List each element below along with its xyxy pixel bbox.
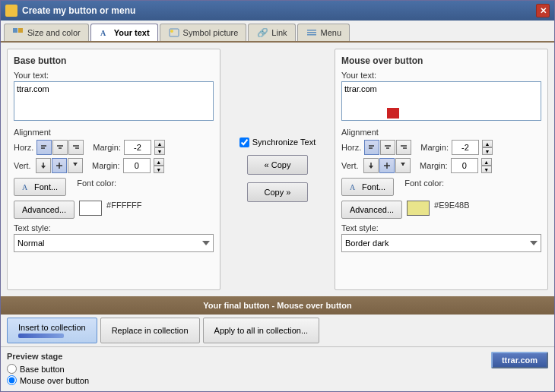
base-font-color-swatch[interactable]	[79, 201, 102, 216]
replace-collection-button[interactable]: Replace in collection	[100, 318, 200, 343]
svg-text:A: A	[350, 183, 356, 191]
mouse-horz-margin-spinner[interactable]: ▲ ▼	[482, 140, 493, 155]
mouse-text-style-row: Text style: Normal Border dark Border li…	[341, 223, 541, 252]
copy-right-button[interactable]: Copy »	[247, 182, 308, 202]
main-window: Create my button or menu ✕ Size and colo…	[0, 0, 555, 392]
base-button-panel: Base button Your text: ttrar.com Alignme…	[7, 49, 220, 290]
base-align-center[interactable]	[52, 140, 68, 155]
base-text-input[interactable]: ttrar.com	[14, 81, 214, 121]
base-align-left[interactable]	[36, 140, 52, 155]
base-vert-margin-spinner[interactable]: ▲ ▼	[154, 158, 164, 173]
tab-your-text-label: Your text	[114, 28, 150, 37]
mouse-horz-align-buttons	[364, 140, 411, 155]
base-align-label: Alignment	[14, 128, 51, 137]
insert-collection-label: Insert to collection	[18, 323, 86, 332]
mouse-horz-margin-input[interactable]	[452, 140, 479, 155]
preview-options: Preview stage Base button Mouse over but…	[7, 352, 476, 387]
mouse-font-color-hex: #E9E48B	[434, 201, 469, 219]
svg-rect-1	[18, 28, 23, 33]
tab-size-color[interactable]: Size and color	[4, 24, 89, 41]
mouse-align-vmiddle[interactable]	[379, 158, 395, 173]
tab-menu[interactable]: Menu	[297, 24, 350, 41]
tab-link[interactable]: 🔗 Link	[248, 24, 295, 41]
svg-marker-29	[369, 166, 373, 169]
base-advanced-button[interactable]: Advanced...	[14, 201, 75, 219]
base-margin-label: Margin:	[93, 143, 121, 152]
preview-area: Preview stage Base button Mouse over but…	[1, 347, 554, 391]
content-area: Base button Your text: ttrar.com Alignme…	[1, 43, 554, 296]
base-font-button[interactable]: A Font...	[14, 178, 66, 196]
base-horz-margin-down[interactable]: ▼	[154, 147, 165, 155]
base-align-right[interactable]	[68, 140, 84, 155]
mouse-align-right[interactable]	[396, 140, 411, 155]
mouse-text-style-label: Text style:	[341, 223, 541, 232]
mouse-align-center[interactable]	[380, 140, 395, 155]
base-align-vmiddle[interactable]	[52, 158, 67, 173]
svg-point-4	[170, 30, 173, 33]
preview-mouse-radio[interactable]	[7, 375, 17, 385]
mouse-align-bottom[interactable]	[395, 158, 411, 173]
close-button[interactable]: ✕	[536, 4, 550, 17]
sync-checkbox-label[interactable]: Synchronize Text	[239, 138, 316, 147]
apply-all-collection-button[interactable]: Apply to all in collection...	[203, 318, 320, 343]
base-vert-margin-up[interactable]: ▲	[154, 158, 164, 166]
mouse-horz-margin-up[interactable]: ▲	[482, 140, 493, 147]
tab-your-text[interactable]: A Your text	[90, 24, 158, 41]
base-text-style-select[interactable]: Normal Border dark Border light Shadow	[14, 234, 214, 252]
size-color-icon	[12, 27, 24, 38]
base-align-top[interactable]	[36, 158, 51, 173]
mouse-advanced-button[interactable]: Advanced...	[341, 201, 402, 219]
mouse-horz-margin-down[interactable]: ▼	[482, 147, 493, 155]
copy-left-button[interactable]: « Copy	[247, 155, 308, 175]
mouse-your-text-label: Your text:	[341, 71, 541, 80]
app-icon	[5, 5, 17, 17]
mouse-font-color-swatch[interactable]	[407, 201, 430, 216]
tab-menu-label: Menu	[321, 28, 342, 37]
mouse-vert-margin-spinner[interactable]: ▲ ▼	[481, 158, 492, 173]
insert-collection-button[interactable]: Insert to collection	[7, 318, 97, 343]
titlebar: Create my button or menu ✕	[1, 1, 554, 21]
mouse-font-color-label: Font color:	[404, 179, 444, 188]
base-horz-margin-input[interactable]	[124, 140, 151, 155]
mouse-text-input[interactable]: ttrar.com	[341, 81, 541, 121]
preview-base-radio[interactable]	[7, 364, 17, 374]
base-align-bottom[interactable]	[68, 158, 83, 173]
titlebar-left: Create my button or menu	[5, 5, 135, 17]
mouse-margin-label: Margin:	[420, 143, 449, 152]
tab-symbol-picture[interactable]: Symbol picture	[160, 24, 247, 41]
svg-text:🔗: 🔗	[257, 28, 268, 37]
mouse-vert-margin-down[interactable]: ▼	[481, 166, 492, 173]
mouse-text-style-select[interactable]: Normal Border dark Border light Shadow	[341, 234, 541, 252]
svg-rect-0	[13, 28, 17, 33]
window-title: Create my button or menu	[22, 5, 135, 16]
insert-bar-indicator	[18, 334, 64, 338]
symbol-picture-icon	[168, 27, 180, 38]
base-vert-margin-down[interactable]: ▼	[154, 166, 164, 173]
base-horz-margin-spinner[interactable]: ▲ ▼	[154, 140, 165, 155]
mouse-font-row: A Font... Font color:	[341, 178, 541, 196]
mouse-red-indicator	[387, 108, 399, 119]
base-font-color-label: Font color:	[77, 179, 116, 188]
base-your-text-label: Your text:	[14, 71, 214, 80]
middle-panel: Synchronize Text « Copy Copy »	[228, 49, 327, 290]
sync-text-checkbox[interactable]	[239, 138, 249, 147]
preview-title: Preview stage	[7, 352, 476, 361]
svg-rect-6	[307, 30, 316, 31]
mouse-align-top[interactable]	[363, 158, 379, 173]
mouse-vert-align-buttons	[363, 158, 411, 173]
mouse-font-button[interactable]: A Font...	[341, 178, 394, 196]
collection-bar: Insert to collection Replace in collecti…	[1, 315, 554, 347]
mouse-vert-margin-up[interactable]: ▲	[481, 158, 492, 166]
preview-button[interactable]: ttrar.com	[491, 352, 548, 368]
base-horz-margin-up[interactable]: ▲	[154, 140, 165, 147]
base-vert-margin-input[interactable]	[123, 158, 151, 173]
replace-collection-label: Replace in collection	[112, 326, 189, 335]
mouse-align-left[interactable]	[364, 140, 379, 155]
apply-collection-label: Apply to all in collection...	[214, 326, 309, 335]
svg-marker-16	[41, 166, 46, 169]
preview-base-radio-row: Base button	[7, 364, 476, 374]
svg-rect-8	[307, 34, 316, 36]
svg-text:A: A	[100, 29, 106, 37]
preview-right: ttrar.com	[491, 352, 548, 368]
mouse-vert-margin-input[interactable]	[451, 158, 478, 173]
